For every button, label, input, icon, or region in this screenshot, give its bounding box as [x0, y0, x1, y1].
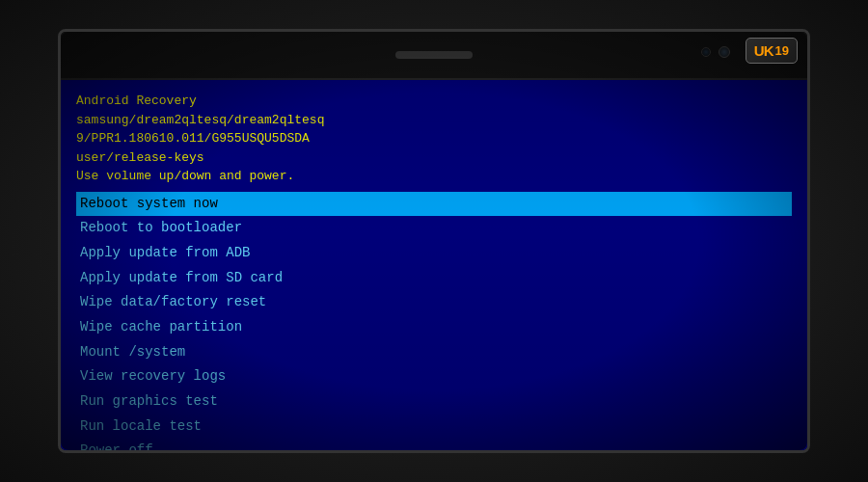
phone-frame: Android Recovery samsung/dream2qltesq/dr… [0, 0, 868, 482]
badge-text-uk: UK [754, 42, 773, 59]
recovery-menu: Reboot system nowReboot to bootloaderApp… [76, 192, 792, 451]
menu-item-3[interactable]: Apply update from SD card [76, 266, 792, 291]
header-line4: Use volume up/down and power. [76, 167, 792, 186]
menu-item-2[interactable]: Apply update from ADB [76, 241, 792, 266]
header-line3: user/release-keys [76, 148, 792, 168]
menu-item-7[interactable]: View recovery logs [76, 364, 792, 389]
menu-item-4[interactable]: Wipe data/factory reset [76, 290, 792, 315]
badge-text-num: 19 [775, 43, 789, 58]
header-line1: samsung/dream2qltesq/dream2qltesq [76, 111, 792, 130]
header-info: Android Recovery samsung/dream2qltesq/dr… [76, 92, 792, 186]
camera-icon [719, 46, 730, 58]
badge-inner: UK 19 [746, 38, 798, 64]
menu-item-0[interactable]: Reboot system now [76, 192, 792, 217]
front-camera-icon [701, 47, 711, 57]
logo-badge: UK 19 [746, 38, 798, 64]
top-bezel [61, 32, 807, 80]
screen-content: Android Recovery samsung/dream2qltesq/dr… [61, 80, 807, 450]
header-line2: 9/PPR1.180610.011/G955USQU5DSDA [76, 129, 792, 148]
menu-item-6[interactable]: Mount /system [76, 340, 792, 365]
speaker-grille [395, 51, 473, 59]
menu-item-5[interactable]: Wipe cache partition [76, 315, 792, 340]
menu-item-1[interactable]: Reboot to bootloader [76, 216, 792, 241]
phone-screen: Android Recovery samsung/dream2qltesq/dr… [58, 29, 810, 453]
header-title: Android Recovery [76, 92, 792, 111]
menu-item-9[interactable]: Run locale test [76, 415, 792, 440]
menu-item-8[interactable]: Run graphics test [76, 389, 792, 415]
menu-item-10[interactable]: Power off [76, 439, 792, 450]
